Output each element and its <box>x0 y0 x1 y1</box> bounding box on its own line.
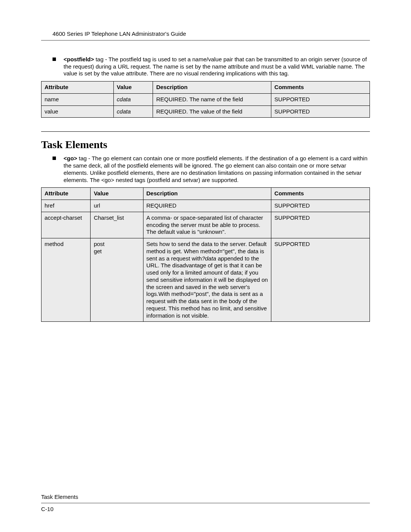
cell-value: post get <box>91 238 143 322</box>
cell-description: REQUIRED. The value of the field <box>153 105 271 118</box>
heading-task-elements: Task Elements <box>41 138 370 151</box>
cell-attribute: method <box>41 238 91 322</box>
col-comments: Comments <box>271 81 370 94</box>
table-row: accept-charset Charset_list A comma- or … <box>41 212 370 238</box>
cell-description: A comma- or space-separated list of char… <box>143 212 271 238</box>
cell-value: Charset_list <box>91 212 143 238</box>
col-comments: Comments <box>271 188 370 200</box>
desc-ital: ?data <box>202 255 216 262</box>
document-page: 4600 Series IP Telephone LAN Administrat… <box>0 0 411 532</box>
bullet-body: tag - The go element can contain one or … <box>64 155 368 183</box>
cell-description: Sets how to send the data to the server.… <box>143 238 271 322</box>
cell-comments: SUPPORTED <box>271 238 370 322</box>
col-value: Value <box>113 81 153 94</box>
section-rule <box>41 131 370 132</box>
bullet-text: <postfield> tag - The postfield tag is u… <box>64 56 370 77</box>
bullet-lead: <go> <box>64 155 77 161</box>
col-attribute: Attribute <box>41 81 114 94</box>
cell-value: cdata <box>113 93 153 105</box>
bullet-go: <go> tag - The go element can contain on… <box>53 155 370 184</box>
table-header-row: Attribute Value Description Comments <box>41 188 370 200</box>
col-description: Description <box>153 81 271 94</box>
table-row: value cdata REQUIRED. The value of the f… <box>41 105 370 118</box>
running-header: 4600 Series IP Telephone LAN Administrat… <box>53 30 370 38</box>
square-bullet-icon <box>53 157 56 160</box>
cell-comments: SUPPORTED <box>271 105 370 118</box>
cell-attribute: value <box>41 105 114 118</box>
bullet-lead: <postfield> <box>64 56 94 62</box>
table-row: href url REQUIRED SUPPORTED <box>41 200 370 212</box>
square-bullet-icon <box>53 58 56 61</box>
desc-post: appended to the URL. The disadvantage of… <box>147 255 268 319</box>
table-row: method post get Sets how to send the dat… <box>41 238 370 322</box>
cell-value: url <box>91 200 143 212</box>
postfield-attribute-table: Attribute Value Description Comments nam… <box>41 81 370 118</box>
cell-attribute: name <box>41 93 114 105</box>
bullet-postfield: <postfield> tag - The postfield tag is u… <box>53 56 370 77</box>
page-footer: Task Elements C-10 <box>41 494 370 513</box>
footer-section-label: Task Elements <box>41 494 370 501</box>
cell-description: REQUIRED <box>143 200 271 212</box>
col-attribute: Attribute <box>41 188 91 200</box>
go-attribute-table: Attribute Value Description Comments hre… <box>41 187 370 322</box>
col-value: Value <box>91 188 143 200</box>
bullet-body: tag - The postfield tag is used to set a… <box>64 56 367 77</box>
table-header-row: Attribute Value Description Comments <box>41 81 370 94</box>
cell-comments: SUPPORTED <box>271 200 370 212</box>
table-row: name cdata REQUIRED. The name of the fie… <box>41 93 370 105</box>
cell-description: REQUIRED. The name of the field <box>153 93 271 105</box>
col-description: Description <box>143 188 271 200</box>
page-number: C-10 <box>41 506 370 513</box>
cell-attribute: href <box>41 200 91 212</box>
footer-rule <box>41 503 370 503</box>
header-rule <box>41 40 370 41</box>
cell-attribute: accept-charset <box>41 212 91 238</box>
cell-comments: SUPPORTED <box>271 93 370 105</box>
cell-value: cdata <box>113 105 153 118</box>
cell-comments: SUPPORTED <box>271 212 370 238</box>
bullet-text: <go> tag - The go element can contain on… <box>64 155 370 184</box>
